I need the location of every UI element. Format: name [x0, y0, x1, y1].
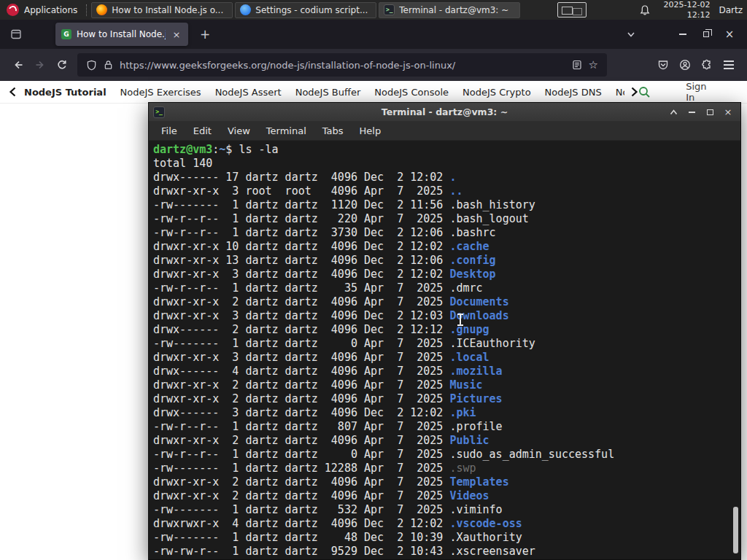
terminal-body[interactable]: dartz@vm3:~$ ls -la total 140 drwx------…: [149, 141, 740, 559]
panel-user-label[interactable]: Dartz: [719, 5, 747, 15]
ls-filename: .Xauthority: [449, 531, 522, 544]
taskbar-button[interactable]: >_Terminal - dartz@vm3: ~: [379, 2, 520, 18]
ls-columns: drwx------ 3 dartz dartz 4096 Dec 2 12:0…: [153, 406, 449, 419]
terminal-output-line: drwxr-xr-x 3 dartz dartz 4096 Dec 2 12:0…: [153, 309, 736, 323]
maximize-icon: [707, 109, 713, 115]
ls-filename: ..: [449, 184, 462, 198]
terminal-output-line: drwxr-xr-x 2 dartz dartz 4096 Apr 7 2025…: [153, 489, 736, 503]
terminal-window-controls: ×: [665, 105, 736, 120]
ls-columns: -rw------- 1 dartz dartz 0 Apr 7 2025: [153, 337, 449, 350]
gfg-nav-link[interactable]: NodeJS Exercises: [120, 87, 201, 98]
tab-title: How to Install Node.js on: [77, 29, 166, 39]
terminal-total-line: total 140: [153, 157, 736, 171]
minimize-icon: [689, 112, 695, 113]
gfg-sign-in-link[interactable]: Sign In: [686, 81, 716, 103]
terminal-output-line: -rw------- 1 dartz dartz 1120 Dec 2 11:5…: [153, 198, 736, 212]
gfg-nav-link[interactable]: NodeJS Assert: [215, 87, 282, 98]
new-tab-button[interactable]: +: [197, 27, 213, 42]
ls-filename: Documents: [449, 295, 508, 308]
menu-hamburger-icon[interactable]: [718, 54, 740, 76]
ls-filename: .vscode-oss: [449, 517, 522, 530]
terminal-menu-help[interactable]: Help: [352, 121, 390, 141]
account-icon[interactable]: [674, 54, 696, 76]
notifications-bell-icon[interactable]: [639, 4, 651, 16]
ls-columns: -rw------- 1 dartz dartz 48 Dec 2 10:39: [153, 531, 449, 544]
terminal-output-line: drwxr-xr-x 2 dartz dartz 4096 Apr 7 2025…: [153, 434, 736, 448]
terminal-window: >_ Terminal - dartz@vm3: ~ × FileEditVie…: [148, 102, 741, 560]
ls-columns: drwxr-xr-x 3 dartz dartz 4096 Dec 2 12:0…: [153, 309, 449, 322]
terminal-output-line: -rw------- 1 dartz dartz 0 Apr 7 2025 .I…: [153, 337, 736, 351]
gfg-scroll-right-chevron-icon[interactable]: [630, 87, 638, 97]
terminal-maximize-button[interactable]: [702, 105, 718, 120]
terminal-menu-tabs[interactable]: Tabs: [314, 121, 352, 141]
tracking-protection-shield-icon[interactable]: [86, 60, 97, 71]
terminal-output-line: -rw-r--r-- 1 dartz dartz 3730 Dec 2 12:0…: [153, 226, 736, 240]
terminal-output-line: -rw------- 1 dartz dartz 12288 Apr 7 202…: [153, 462, 736, 475]
ls-filename: .bash_logout: [449, 212, 528, 225]
gfg-nav-links: NodeJS TutorialNodeJS ExercisesNodeJS As…: [24, 87, 624, 98]
bookmark-star-icon[interactable]: ☆: [589, 60, 598, 71]
gfg-scroll-left-chevron-icon[interactable]: [9, 87, 17, 97]
lock-icon[interactable]: [104, 60, 113, 70]
gfg-nav-link[interactable]: NodeJS Crypto: [462, 87, 531, 98]
terminal-output-line: drwxr-xr-x 3 dartz dartz 4096 Dec 2 12:0…: [153, 268, 736, 281]
firefox-view-icon[interactable]: [9, 27, 23, 42]
url-bar[interactable]: https://www.geeksforgeeks.org/node-js/in…: [77, 53, 607, 77]
gfg-nav-link[interactable]: NodeJS Tutorial: [24, 87, 107, 98]
extensions-icon[interactable]: [696, 54, 718, 76]
list-all-tabs-chevron-icon[interactable]: [622, 29, 640, 39]
gfg-nav-link[interactable]: NodeJS Console: [374, 87, 449, 98]
reader-mode-icon[interactable]: [572, 60, 582, 70]
ls-filename: .pki: [449, 406, 476, 419]
terminal-output-line: drwx------ 17 dartz dartz 4096 Dec 2 12:…: [153, 171, 736, 184]
taskbar-button[interactable]: How to Install Node.js o...: [91, 2, 233, 18]
gfg-secondary-navbar: NodeJS TutorialNodeJS ExercisesNodeJS As…: [0, 81, 747, 104]
pocket-icon[interactable]: [652, 54, 674, 76]
browser-minimize-button[interactable]: [671, 24, 694, 44]
panel-clock[interactable]: 2025-12-02 12:12: [664, 0, 711, 19]
gfg-nav-link[interactable]: NodeJS DNS: [545, 87, 602, 98]
gfg-nav-link[interactable]: Node: [616, 87, 624, 98]
applications-icon: [7, 4, 19, 16]
back-button[interactable]: [7, 54, 29, 76]
terminal-titlebar[interactable]: >_ Terminal - dartz@vm3: ~ ×: [149, 103, 740, 121]
tab-close-icon[interactable]: ×: [171, 29, 182, 40]
ls-columns: -rw-r--r-- 1 dartz dartz 3730 Dec 2 12:0…: [153, 226, 449, 239]
taskbar-button[interactable]: Settings - codium script...: [235, 2, 376, 18]
terminal-menu-terminal[interactable]: Terminal: [258, 121, 314, 141]
ls-columns: drwxr-xr-x 2 dartz dartz 4096 Apr 7 2025: [153, 378, 449, 392]
terminal-output-line: -rw-r--r-- 1 dartz dartz 35 Apr 7 2025 .…: [153, 281, 736, 295]
ls-columns: drwx------ 17 dartz dartz 4096 Dec 2 12:…: [153, 171, 449, 184]
applications-menu-button[interactable]: Applications: [0, 0, 84, 20]
browser-close-button[interactable]: ×: [718, 24, 741, 44]
ls-columns: -rw-rw-r-- 1 dartz dartz 9529 Dec 2 10:4…: [153, 545, 449, 558]
ls-columns: -rw-r--r-- 1 dartz dartz 35 Apr 7 2025: [153, 281, 449, 295]
workspace-switcher[interactable]: [557, 2, 587, 18]
terminal-close-button[interactable]: ×: [720, 105, 736, 120]
forward-button[interactable]: [29, 54, 51, 76]
terminal-menu-view[interactable]: View: [220, 121, 258, 141]
panel-handle: [86, 4, 87, 16]
gfg-search-icon[interactable]: [638, 86, 651, 98]
terminal-shade-button[interactable]: [665, 105, 681, 120]
clock-time: 12:12: [664, 10, 711, 20]
ls-filename: .ICEauthority: [449, 337, 535, 350]
terminal-output-line: -rw-r--r-- 1 dartz dartz 807 Apr 7 2025 …: [153, 420, 736, 434]
ls-filename: .local: [449, 351, 489, 364]
terminal-menu-edit[interactable]: Edit: [185, 121, 220, 141]
hamburger-lines: [724, 61, 734, 69]
terminal-scrollbar-thumb[interactable]: [733, 507, 738, 553]
tabbar-right-controls: ×: [622, 24, 741, 44]
gfg-nav-link[interactable]: NodeJS Buffer: [295, 87, 361, 98]
taskbar-button-label: Settings - codium script...: [255, 5, 371, 15]
ls-filename: .swp: [449, 462, 476, 475]
geeksforgeeks-favicon: G: [61, 29, 71, 39]
reload-button[interactable]: [51, 54, 73, 76]
browser-restore-button[interactable]: [694, 24, 718, 44]
prompt-colon: :: [212, 143, 219, 156]
browser-tab[interactable]: G How to Install Node.js on ×: [55, 23, 188, 46]
terminal-minimize-button[interactable]: [684, 105, 700, 120]
terminal-menu-file[interactable]: File: [153, 121, 185, 141]
ls-filename: .mozilla: [449, 365, 502, 378]
terminal-output-line: drwxr-xr-x 2 dartz dartz 4096 Apr 7 2025…: [153, 475, 736, 489]
